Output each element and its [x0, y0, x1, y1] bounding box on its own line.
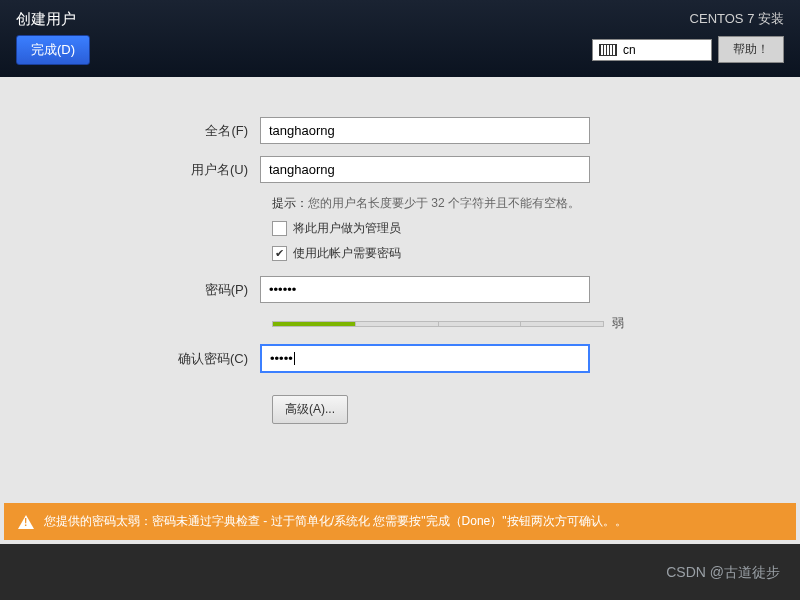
- header-bar: 创建用户 完成(D) CENTOS 7 安装 cn 帮助！: [0, 0, 800, 77]
- username-label: 用户名(U): [40, 161, 260, 179]
- warning-bar: 您提供的密码太弱：密码未通过字典检查 - 过于简单化/系统化 您需要按"完成（D…: [4, 503, 796, 540]
- confirm-password-label: 确认密码(C): [40, 350, 260, 368]
- strength-seg-3: [439, 322, 522, 326]
- make-admin-checkbox[interactable]: [272, 221, 287, 236]
- header-controls: cn 帮助！: [592, 36, 784, 63]
- fullname-label: 全名(F): [40, 122, 260, 140]
- confirm-password-input[interactable]: •••••: [260, 344, 590, 373]
- text-cursor: [294, 352, 295, 365]
- require-password-label: 使用此帐户需要密码: [293, 245, 401, 262]
- username-input[interactable]: [260, 156, 590, 183]
- make-admin-label: 将此用户做为管理员: [293, 220, 401, 237]
- password-row: 密码(P): [40, 276, 740, 303]
- page-title: 创建用户: [16, 10, 90, 29]
- warning-icon: [18, 515, 34, 529]
- require-password-checkbox[interactable]: [272, 246, 287, 261]
- make-admin-row: 将此用户做为管理员: [272, 220, 740, 237]
- require-password-row: 使用此帐户需要密码: [272, 245, 740, 262]
- header-right: CENTOS 7 安装 cn 帮助！: [592, 10, 784, 63]
- strength-text: 弱: [612, 315, 624, 332]
- password-strength-bar: [272, 321, 604, 327]
- username-hint: 提示：您的用户名长度要少于 32 个字符并且不能有空格。: [272, 195, 740, 212]
- help-button[interactable]: 帮助！: [718, 36, 784, 63]
- strength-seg-1: [273, 322, 356, 326]
- keyboard-layout-label: cn: [623, 43, 636, 57]
- hint-prefix: 提示：: [272, 196, 308, 210]
- warning-text: 您提供的密码太弱：密码未通过字典检查 - 过于简单化/系统化 您需要按"完成（D…: [44, 513, 627, 530]
- install-title: CENTOS 7 安装: [690, 10, 784, 28]
- fullname-input[interactable]: [260, 117, 590, 144]
- password-input[interactable]: [260, 276, 590, 303]
- confirm-password-row: 确认密码(C) •••••: [40, 344, 740, 373]
- header-left: 创建用户 完成(D): [16, 10, 90, 65]
- watermark: CSDN @古道徒步: [666, 564, 780, 582]
- confirm-password-value: •••••: [270, 351, 293, 366]
- advanced-button[interactable]: 高级(A)...: [272, 395, 348, 424]
- strength-seg-2: [356, 322, 439, 326]
- password-strength-row: 弱: [272, 315, 624, 332]
- fullname-row: 全名(F): [40, 117, 740, 144]
- keyboard-icon: [599, 44, 617, 56]
- hint-text: 您的用户名长度要少于 32 个字符并且不能有空格。: [308, 196, 580, 210]
- strength-seg-4: [521, 322, 603, 326]
- form-area: 全名(F) 用户名(U) 提示：您的用户名长度要少于 32 个字符并且不能有空格…: [0, 77, 800, 444]
- done-button[interactable]: 完成(D): [16, 35, 90, 65]
- keyboard-layout-selector[interactable]: cn: [592, 39, 712, 61]
- password-label: 密码(P): [40, 281, 260, 299]
- username-row: 用户名(U): [40, 156, 740, 183]
